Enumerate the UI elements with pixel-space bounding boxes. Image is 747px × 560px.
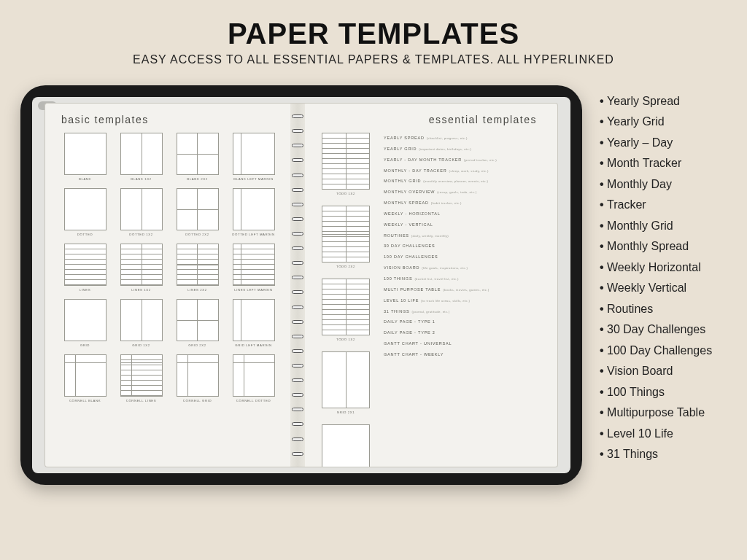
ring-icon bbox=[292, 364, 303, 368]
essential-item[interactable]: WEEKLY - HORIZONTAL bbox=[384, 209, 537, 219]
ring-icon bbox=[292, 393, 303, 397]
essential-item[interactable]: ROUTINES(daily, weekly, monthly) bbox=[384, 230, 537, 241]
essential-item-desc: (journal, gratitude, etc.) bbox=[412, 310, 450, 314]
thumb-label: DOTTED 2X2 bbox=[185, 233, 209, 236]
essential-item-name: DAILY PAGE - TYPE 1 bbox=[384, 319, 436, 324]
side-tab[interactable]: 2024 bbox=[557, 108, 558, 130]
template-thumb[interactable]: MUSIC bbox=[321, 424, 371, 467]
essential-item[interactable]: YEARLY GRID(important dates, birthdays, … bbox=[384, 144, 537, 155]
template-thumb[interactable]: GRID bbox=[61, 299, 109, 347]
template-thumb[interactable]: TODO 1X2 bbox=[321, 279, 371, 341]
template-thumb[interactable]: CORNELL BLANK bbox=[61, 354, 109, 402]
essential-item[interactable]: VISION BOARD(life goals, inspirations, e… bbox=[384, 262, 537, 273]
thumb-icon bbox=[177, 188, 219, 230]
feature-bullet: Yearly Grid bbox=[600, 112, 712, 132]
ring-icon bbox=[292, 378, 303, 382]
thumb-icon bbox=[64, 133, 107, 175]
tablet-screen: basic templates BLANKBLANK 1X2BLANK 2X2B… bbox=[32, 97, 570, 473]
essential-item[interactable]: LEVEL 10 LIFE(to track life areas, skill… bbox=[384, 295, 537, 306]
template-thumb[interactable]: LINES 2X2 bbox=[174, 244, 221, 292]
essential-item-name: MONTHLY OVERVIEW bbox=[384, 190, 435, 194]
notebook-spread: basic templates BLANKBLANK 1X2BLANK 2X2B… bbox=[44, 103, 558, 467]
essential-item[interactable]: GANTT CHART - WEEKLY bbox=[384, 349, 537, 360]
notebook-page-left: basic templates BLANKBLANK 1X2BLANK 2X2B… bbox=[44, 103, 290, 467]
thumb-label: DOTTED 1X2 bbox=[129, 233, 153, 236]
essential-item[interactable]: MONTHLY GRID(monthly overview, planner, … bbox=[384, 176, 537, 187]
thumb-icon bbox=[177, 133, 219, 175]
side-tab[interactable]: DEC bbox=[557, 251, 558, 273]
essential-item-name: ROUTINES bbox=[384, 233, 409, 238]
side-tab[interactable]: 2025 bbox=[557, 274, 558, 296]
essential-item[interactable]: DAILY PAGE - TYPE 2 bbox=[384, 327, 537, 338]
template-thumb[interactable]: DOTTED LEFT MARGIN bbox=[230, 188, 277, 236]
essential-item[interactable]: DAILY PAGE - TYPE 1 bbox=[384, 316, 537, 327]
side-tab[interactable]: FEB bbox=[557, 322, 558, 343]
thumb-icon bbox=[322, 351, 370, 408]
side-tab[interactable]: SEP bbox=[557, 179, 558, 201]
feature-bullet: 100 Things bbox=[600, 382, 712, 402]
essential-item[interactable]: MONTHLY - DAY TRACKER(sleep, work, study… bbox=[384, 166, 537, 176]
essential-item[interactable]: 100 THINGS(bucket list, travel list, etc… bbox=[384, 273, 537, 284]
template-thumb[interactable]: BLANK 1X2 bbox=[117, 133, 165, 181]
feature-bullet: Weekly Horizontal bbox=[600, 257, 712, 278]
template-thumb[interactable]: CORNELL LINES bbox=[117, 354, 165, 402]
essential-item-name: YEARLY - DAY MONTH TRACKER bbox=[384, 158, 462, 162]
side-tab[interactable]: NOV bbox=[557, 227, 558, 249]
essential-item-name: WEEKLY - VERTICAL bbox=[384, 222, 433, 227]
thumb-icon bbox=[120, 188, 163, 230]
essential-item[interactable]: 31 THINGS(journal, gratitude, etc.) bbox=[384, 306, 537, 317]
template-thumb[interactable]: GRID 2X2 bbox=[174, 299, 221, 347]
ring-icon bbox=[292, 290, 303, 294]
template-thumb[interactable]: BLANK 2X2 bbox=[174, 133, 221, 181]
side-tab[interactable]: NOTES bbox=[557, 440, 558, 462]
template-thumb[interactable]: GRID 2X1 bbox=[321, 351, 371, 414]
template-thumb[interactable]: TODO 1X2 bbox=[321, 133, 371, 195]
essential-item[interactable]: GANTT CHART - UNIVERSAL bbox=[384, 338, 537, 349]
template-thumb[interactable]: LINES LEFT MARGIN bbox=[230, 244, 277, 292]
thumb-icon bbox=[177, 354, 219, 397]
template-thumb[interactable]: LINES bbox=[61, 244, 109, 292]
side-tab[interactable]: APR bbox=[557, 370, 558, 392]
essential-item[interactable]: MONTHLY OVERVIEW(recap, goals, todo, etc… bbox=[384, 187, 537, 198]
ring-icon bbox=[292, 114, 303, 118]
side-tab[interactable]: JUL bbox=[557, 132, 558, 154]
thumb-label: LINES 1X2 bbox=[131, 288, 151, 292]
template-thumb[interactable]: BLANK bbox=[61, 133, 109, 181]
side-tab[interactable]: MAR bbox=[557, 346, 558, 368]
template-thumb[interactable]: DOTTED 2X2 bbox=[174, 188, 221, 236]
essential-item[interactable]: 30 DAY CHALLENGES bbox=[384, 241, 537, 252]
thumb-label: LINES LEFT MARGIN bbox=[234, 288, 273, 292]
template-thumb[interactable]: BLANK LEFT MARGIN bbox=[230, 133, 277, 181]
template-thumb[interactable]: TODO 2X2 bbox=[321, 206, 371, 268]
essential-item[interactable]: WEEKLY - VERTICAL bbox=[384, 219, 537, 230]
ring-icon bbox=[292, 306, 303, 309]
ring-icon bbox=[292, 452, 303, 456]
side-tab[interactable]: OCT bbox=[557, 203, 558, 225]
essential-item[interactable]: YEARLY - DAY MONTH TRACKER(period tracke… bbox=[384, 155, 537, 166]
side-tab[interactable]: AUG bbox=[557, 155, 558, 177]
template-thumb[interactable]: DOTTED bbox=[61, 188, 109, 236]
essential-item[interactable]: MULTI PURPOSE TABLE(books, movies, games… bbox=[384, 284, 537, 295]
ring-binding bbox=[290, 103, 305, 467]
template-thumb[interactable]: GRID LEFT MARGIN bbox=[230, 299, 277, 347]
side-tab[interactable]: JUN bbox=[557, 417, 558, 439]
essential-item[interactable]: MONTHLY SPREAD(habit tracker, etc.) bbox=[384, 198, 537, 209]
template-thumb[interactable]: GRID 1X2 bbox=[117, 299, 165, 347]
template-thumb[interactable]: DOTTED 1X2 bbox=[117, 188, 165, 236]
essential-item-name: MONTHLY GRID bbox=[384, 179, 421, 183]
side-tab[interactable]: JAN bbox=[557, 298, 558, 320]
feature-bullet: 30 Day Challenges bbox=[600, 319, 712, 340]
essential-item-name: VISION BOARD bbox=[384, 265, 419, 270]
template-thumb[interactable]: CORNELL GRID bbox=[174, 354, 221, 402]
feature-bullet: Monthly Spread bbox=[600, 236, 712, 257]
side-tab[interactable]: MAY bbox=[557, 393, 558, 415]
thumb-label: LINES bbox=[80, 288, 90, 292]
template-thumb[interactable]: CORNELL DOTTED bbox=[230, 354, 277, 402]
ring-icon bbox=[292, 174, 303, 177]
template-thumb[interactable]: LINES 1X2 bbox=[117, 244, 165, 292]
essential-item-name: GANTT CHART - UNIVERSAL bbox=[384, 341, 452, 346]
thumb-label: DOTTED bbox=[77, 233, 93, 236]
essential-item[interactable]: YEARLY SPREAD(checklist, progress, etc.) bbox=[384, 133, 537, 144]
essential-item[interactable]: 100 DAY CHALLENGES bbox=[384, 252, 537, 262]
ring-icon bbox=[292, 276, 303, 279]
